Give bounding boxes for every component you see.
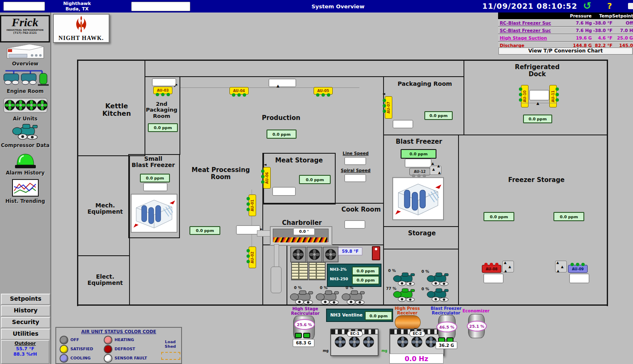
sidebar-label-hist-trending: Hist. Trending	[0, 198, 50, 204]
exhaust-fan	[307, 247, 322, 262]
au-status-dots	[156, 93, 159, 96]
au-12-tag[interactable]: AU-12	[409, 168, 430, 175]
legend-swatch-sensor-fault	[104, 354, 112, 363]
help-icon[interactable]: ?	[607, 1, 612, 11]
charbroiler-flames	[273, 237, 327, 242]
au-05-tag[interactable]: AU-05	[314, 87, 333, 95]
charbroiler-stack	[271, 267, 282, 293]
cook-area-temp: 59.8 °F	[338, 247, 362, 255]
small-blast-freezer-equipment-image[interactable]	[131, 192, 177, 234]
compressor-percent: 0 %	[320, 286, 327, 290]
legend-label-defrost: DEFROST	[115, 347, 135, 351]
ec1-label: EC-1	[347, 331, 363, 337]
engine-room-icon	[1, 68, 50, 87]
compressor-icon[interactable]	[392, 288, 416, 302]
history-button[interactable]: History	[1, 305, 50, 317]
airflow-arrow: ▲	[432, 167, 435, 171]
compressor-icon[interactable]	[392, 272, 416, 286]
sidebar-item-overview[interactable]: Overview	[0, 42, 50, 67]
second-packaging-label: 2nd Packaging Room	[140, 101, 183, 119]
blast-freezer-readout	[405, 159, 431, 167]
header-setpoint: Setpoint	[612, 13, 633, 18]
au-status-dots	[383, 99, 386, 102]
meat-storage-ppm: 0.0 ppm	[299, 175, 331, 184]
au-03-tag[interactable]: AU-03	[153, 87, 172, 94]
hmi-screen: Nighthawk Buda, TX System Overview 11/09…	[0, 0, 633, 364]
au-09-readout	[569, 274, 589, 283]
condenser-ec1[interactable]: EC-1	[330, 329, 379, 356]
legend-swatch-cooling	[60, 354, 68, 363]
table-row[interactable]: High Stage Suction 19.6 G 4.6 °F 25.0 G	[498, 34, 633, 42]
sidebar: Frick INDUSTRIAL REFRIGERATION (717)-762…	[0, 12, 51, 364]
au-09-tag[interactable]: AU-09	[568, 265, 588, 273]
tp-conversion-chart-link[interactable]: View T/P Conversion Chart	[498, 47, 633, 55]
load-shed-indicator	[161, 352, 180, 360]
airflow-arrow: ▲	[504, 261, 506, 264]
kettle-kitchen-label: KettleKitchen	[90, 102, 144, 117]
alarm-light-icon	[14, 150, 37, 169]
outdoor-panel: Outdoor 55.7 °F 88.3 %rH	[1, 340, 50, 364]
sidebar-item-hist-trending[interactable]: Hist. Trending	[0, 178, 50, 206]
au-07-tag[interactable]: AU-07	[385, 96, 392, 119]
topbar-blank-field-1[interactable]	[3, 2, 45, 11]
trend-chart-icon	[12, 178, 39, 197]
table-row[interactable]: RC-Blast Freezer Suc 7.6 Hg -38.0 °F Off	[498, 19, 633, 27]
meat-processing-ppm: 0.0 ppm	[189, 226, 220, 235]
wall-segment	[383, 249, 459, 249]
airflow-arrow: ◄	[382, 92, 385, 96]
frick-logo[interactable]: Frick INDUSTRIAL REFRIGERATION (717)-762…	[0, 15, 50, 42]
refresh-icon[interactable]: ↺	[583, 0, 591, 12]
au-status-dots	[519, 87, 522, 91]
compressor-icon[interactable]	[289, 290, 314, 305]
sidebar-label-air-units: Air Units	[0, 116, 50, 122]
wall-segment	[607, 60, 608, 306]
airflow-arrow: ▲	[536, 101, 539, 105]
outdoor-temp: 55.7 °F	[2, 346, 49, 352]
production-readout	[269, 79, 296, 87]
table-row[interactable]: SC-Blast Freezer Suc 7.6 Hg -38.0 °F 7.0…	[498, 27, 633, 34]
compressor-icon[interactable]	[426, 272, 450, 286]
topbar-blank-field-2[interactable]	[131, 2, 190, 11]
frick-phone: (717)-762-2121	[1, 31, 49, 35]
sidebar-item-compressor-data[interactable]: Compressor Data	[0, 123, 50, 150]
compressor-icon[interactable]	[426, 288, 450, 302]
wall-segment	[145, 76, 464, 77]
compressor-icon[interactable]	[341, 290, 366, 305]
outdoor-humidity: 88.3 %rH	[2, 352, 49, 357]
frick-logo-text: Frick	[1, 16, 49, 29]
sidebar-item-air-units[interactable]: Air Units	[0, 96, 50, 122]
security-button[interactable]: Security	[1, 317, 50, 328]
pump-indicator	[295, 333, 302, 338]
au-11-tag[interactable]: AU-11	[549, 85, 557, 107]
blast-freezer-recirculator-label: Blast Freezer Recirculator	[430, 306, 462, 315]
high-press-receiver-label: High Press Receiver	[391, 306, 423, 315]
sidebar-item-engine-room[interactable]: Engine Room	[0, 68, 50, 95]
elect-equipment-label: Elect. Equipment	[81, 274, 129, 287]
airflow-arrow: ▲	[561, 265, 563, 269]
blast-freezer-equipment-image[interactable]	[392, 177, 444, 221]
meat-storage-label: Meat Storage	[270, 157, 328, 164]
printer-icon[interactable]	[628, 3, 633, 9]
economizer-percent: 25.1 %	[467, 321, 487, 332]
cook-room-readout	[344, 220, 365, 229]
au-04-tag[interactable]: AU-04	[229, 87, 249, 95]
utilities-button[interactable]: Utilities	[1, 329, 50, 340]
table-row[interactable]: Discharge 144.8 G 82.2 °F 145.0	[498, 42, 633, 47]
sidebar-label-overview: Overview	[0, 61, 50, 67]
motor-label: mg	[323, 349, 329, 353]
au-02-tag[interactable]: AU-02	[249, 247, 256, 268]
airflow-arrow: ▲	[431, 162, 434, 165]
au-10-tag[interactable]: AU-10	[521, 85, 528, 107]
freezer-storage-label: Freezer Storage	[507, 177, 566, 184]
setpoints-button[interactable]: Setpoints	[1, 294, 50, 305]
high-press-receiver-vessel[interactable]	[395, 315, 421, 329]
sidebar-item-alarm-history[interactable]: Alarm History	[0, 150, 50, 177]
au-06-tag[interactable]: AU-06	[263, 167, 271, 189]
compressor-icon[interactable]	[315, 290, 340, 305]
production-ppm: 0.0 ppm	[267, 130, 297, 139]
au-08-tag[interactable]: AU-08	[482, 265, 501, 273]
au-status-dots	[571, 263, 574, 266]
wall-segment	[464, 60, 464, 135]
au-01-tag[interactable]: AU-01	[249, 194, 256, 216]
legend-swatch-heating	[104, 336, 112, 344]
